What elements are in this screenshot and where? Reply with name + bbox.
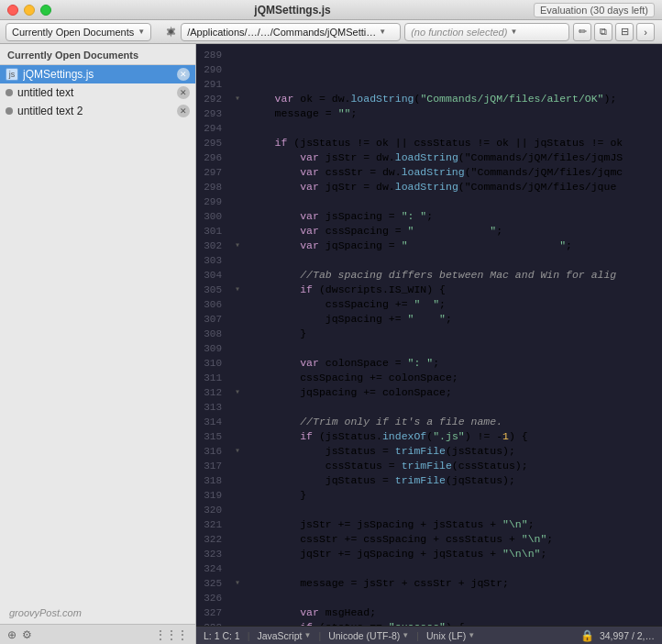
- settings-icon[interactable]: ⚙: [22, 628, 32, 641]
- fold-arrow[interactable]: ▾: [231, 239, 244, 253]
- code-line: cssStr += cssSpacing + cssStatus + "\n";: [249, 532, 662, 547]
- path-dropdown[interactable]: /Applications/…/…/Commands/jQMSetti… ▼: [181, 23, 401, 41]
- code-line: if (jsStatus != ok || cssStatus != ok ||…: [249, 136, 662, 150]
- fold-arrow: [231, 356, 244, 371]
- fold-arrow: [231, 136, 244, 150]
- code-line: if (jsStatus.indexOf(".js") != -1) {: [249, 429, 662, 444]
- line-number: 300: [196, 209, 227, 224]
- status-right: 🔒 34,997 / 2,…: [580, 629, 655, 642]
- line-number: 293: [196, 106, 227, 121]
- line-number: 301: [196, 224, 227, 239]
- line-number: 320: [196, 503, 227, 517]
- line-number: 323: [196, 547, 227, 561]
- code-line: jqStr += jqSpacing + jqStatus + "\n\n";: [249, 547, 662, 561]
- line-ending-dropdown[interactable]: Unix (LF) ▼: [426, 630, 475, 641]
- fold-arrow: [231, 121, 244, 136]
- line-numbers: 2892902912922932942952962972982993003013…: [196, 44, 231, 626]
- line-number: 326: [196, 591, 227, 605]
- stats-label: 34,997 / 2,…: [600, 630, 655, 641]
- file-icon: js: [6, 68, 18, 81]
- line-number: 322: [196, 532, 227, 547]
- close-button[interactable]: [7, 5, 18, 16]
- code-line: jsStatus = trimFile(jsStatus);: [249, 444, 662, 459]
- editor: 2892902912922932942952962972982993003013…: [196, 44, 662, 644]
- gear-icon[interactable]: [164, 26, 177, 39]
- code-line: [249, 253, 662, 268]
- toolbar: Currently Open Documents ▼ /Applications…: [0, 20, 662, 44]
- fold-arrow[interactable]: ▾: [231, 576, 244, 591]
- fold-arrow: [231, 341, 244, 356]
- line-number: 309: [196, 341, 227, 356]
- fold-arrow[interactable]: ▾: [231, 385, 244, 400]
- line-number: 313: [196, 400, 227, 415]
- close-file-btn[interactable]: ✕: [177, 105, 190, 117]
- sidebar-resize-handle[interactable]: ⋮⋮⋮: [155, 628, 188, 641]
- code-line: jsStr += jsSpacing + jsStatus + "\n";: [249, 517, 662, 532]
- code-lines[interactable]: var ok = dw.loadString("Commands/jQM/fil…: [244, 44, 662, 626]
- code-line: cssSpacing += colonSpace;: [249, 371, 662, 385]
- line-number: 311: [196, 371, 227, 385]
- split-icon-btn[interactable]: ⊟: [615, 23, 634, 41]
- sidebar-item-label: untitled text: [17, 86, 172, 99]
- sidebar-bottom-bar: ⊕ ⚙ ⋮⋮⋮: [0, 624, 195, 644]
- code-line: }: [249, 488, 662, 503]
- fold-arrow: [231, 605, 244, 620]
- fold-arrow[interactable]: ▾: [231, 444, 244, 459]
- code-line: //Trim only if it's a file name.: [249, 415, 662, 429]
- code-line: var colonSpace = ": ";: [249, 356, 662, 371]
- code-line: if (dwscripts.IS_WIN) {: [249, 283, 662, 297]
- fold-arrow: [231, 503, 244, 517]
- sidebar-header: Currently Open Documents: [0, 44, 195, 65]
- code-line: cssSpacing += " ";: [249, 297, 662, 312]
- line-number: 310: [196, 356, 227, 371]
- function-dropdown[interactable]: (no function selected) ▼: [404, 23, 569, 41]
- line-number: 318: [196, 473, 227, 488]
- open-docs-dropdown[interactable]: Currently Open Documents ▼: [6, 23, 151, 41]
- pencil-icon-btn[interactable]: ✏: [573, 23, 591, 41]
- main-area: Currently Open Documents js jQMSettings.…: [0, 44, 662, 644]
- code-line: var cssStr = dw.loadString("Commands/jQM…: [249, 165, 662, 180]
- modified-indicator: [6, 107, 13, 115]
- code-line: var ok = dw.loadString("Commands/jQM/fil…: [249, 92, 662, 106]
- line-number: 316: [196, 444, 227, 459]
- line-number: 325: [196, 576, 227, 591]
- line-number: 307: [196, 312, 227, 327]
- fold-arrow[interactable]: ▾: [231, 92, 244, 106]
- open-docs-arrow: ▼: [138, 28, 145, 36]
- fold-arrow: [231, 591, 244, 605]
- minimize-button[interactable]: [24, 5, 35, 16]
- code-line: cssStatus = trimFile(cssStatus);: [249, 459, 662, 473]
- fold-arrow: [231, 459, 244, 473]
- language-dropdown[interactable]: JavaScript ▼: [257, 630, 311, 641]
- line-number: 308: [196, 327, 227, 341]
- fold-arrow: [231, 561, 244, 576]
- line-number: 327: [196, 605, 227, 620]
- language-label: JavaScript: [257, 630, 302, 641]
- close-file-btn[interactable]: ✕: [177, 68, 190, 81]
- encoding-dropdown[interactable]: Unicode (UTF-8) ▼: [328, 630, 409, 641]
- code-line: var jsStr = dw.loadString("Commands/jQM/…: [249, 150, 662, 165]
- code-area[interactable]: 2892902912922932942952962972982993003013…: [196, 44, 662, 626]
- line-number: 306: [196, 297, 227, 312]
- copy-icon-btn[interactable]: ⧉: [594, 23, 612, 41]
- code-line: var jqStr = dw.loadString("Commands/jQM/…: [249, 180, 662, 194]
- path-arrow: ▼: [379, 28, 386, 36]
- sidebar-item-untitled2[interactable]: untitled text 2 ✕: [0, 102, 195, 120]
- title-bar: jQMSettings.js Evaluation (30 days left): [0, 0, 662, 20]
- line-number: 317: [196, 459, 227, 473]
- fold-arrow: [231, 415, 244, 429]
- fold-arrow[interactable]: ▾: [231, 283, 244, 297]
- more-icon-btn[interactable]: ›: [636, 23, 655, 41]
- sidebar-item-untitled1[interactable]: untitled text ✕: [0, 83, 195, 102]
- open-docs-label: Currently Open Documents: [12, 27, 134, 38]
- close-file-btn[interactable]: ✕: [177, 86, 190, 99]
- fold-arrow: [231, 194, 244, 209]
- plus-icon[interactable]: ⊕: [7, 628, 17, 641]
- fold-arrow: [231, 371, 244, 385]
- fold-arrow: [231, 150, 244, 165]
- sidebar-item-jqmsettings[interactable]: js jQMSettings.js ✕: [0, 65, 195, 83]
- lock-icon: 🔒: [580, 629, 594, 642]
- function-arrow: ▼: [510, 28, 517, 36]
- traffic-lights: [7, 5, 51, 16]
- zoom-button[interactable]: [40, 5, 51, 16]
